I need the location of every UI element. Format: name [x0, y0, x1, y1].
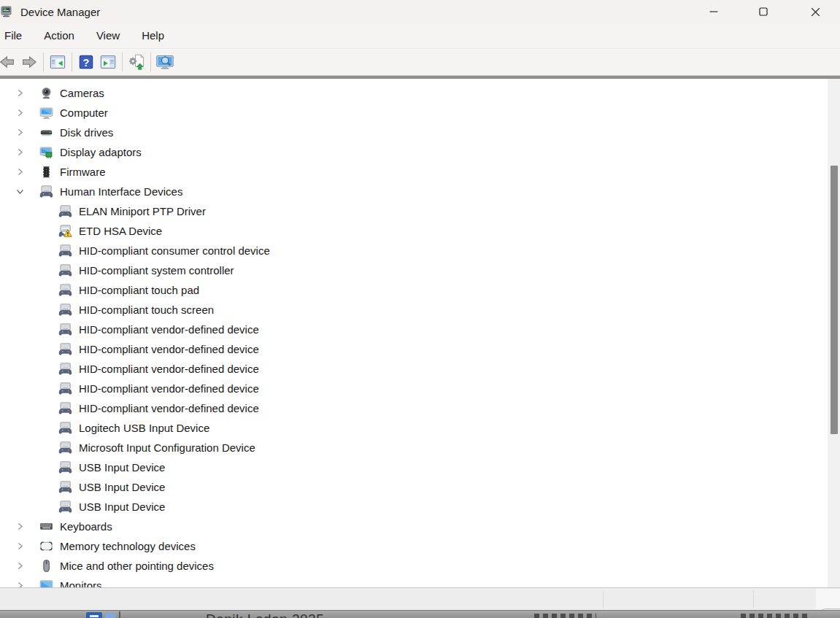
- hid-icon: [58, 322, 72, 336]
- tree-item-label: Disk drives: [60, 126, 113, 139]
- vertical-scrollbar[interactable]: [828, 79, 840, 587]
- taskbar-app-icon: [105, 613, 115, 618]
- toolbar-search-computer-button[interactable]: [154, 51, 176, 73]
- toolbar-separator: [150, 53, 151, 72]
- hid-icon: [58, 401, 72, 415]
- tree-item-label: HID-compliant consumer control device: [79, 244, 270, 257]
- tree-item-label: Monitors: [60, 579, 102, 587]
- tree-item[interactable]: Monitors: [0, 576, 828, 587]
- chevron-right-icon[interactable]: [13, 539, 27, 553]
- tree-item-label: Microsoft Input Configuration Device: [79, 441, 255, 454]
- titlebar: Device Manager: [0, 0, 840, 23]
- menu-file[interactable]: File: [0, 23, 33, 48]
- tree-item[interactable]: Disk drives: [0, 123, 828, 142]
- toolbar-forward-button[interactable]: [18, 51, 40, 73]
- tree-item-label: Logitech USB Input Device: [79, 422, 209, 434]
- toolbar-scan-for-hardware-changes-button[interactable]: [126, 51, 147, 73]
- tree-item[interactable]: HID-compliant touch pad: [0, 280, 828, 300]
- chevron-right-icon[interactable]: [13, 125, 27, 139]
- band-separator: [119, 611, 120, 618]
- tree-item[interactable]: ETD HSA Device: [0, 221, 828, 241]
- chevron-right-icon[interactable]: [13, 145, 27, 159]
- close-button[interactable]: [798, 0, 832, 23]
- hid-icon: [58, 303, 72, 317]
- camera-icon: [39, 86, 53, 100]
- toolbar-help-button[interactable]: ?: [75, 51, 97, 73]
- arrow-left-icon: [0, 53, 16, 71]
- tree-item-label: USB Input Device: [79, 461, 165, 474]
- background-document-title: Denik Leden 2025: [206, 611, 324, 618]
- tree-item[interactable]: Keyboards: [0, 517, 828, 536]
- tree-item[interactable]: HID-compliant touch screen: [0, 300, 828, 320]
- tree-item[interactable]: Firmware: [0, 162, 828, 182]
- chevron-down-icon[interactable]: [13, 185, 27, 198]
- hid-icon: [58, 263, 72, 277]
- tree-item-label: HID-compliant vendor-defined device: [79, 382, 259, 395]
- minimize-button[interactable]: [697, 0, 731, 23]
- hid-icon: [58, 421, 72, 435]
- tree-item-label: Memory technology devices: [60, 540, 196, 552]
- hid-icon: [58, 480, 72, 494]
- menu-help[interactable]: Help: [131, 23, 175, 48]
- tree-item[interactable]: Computer: [0, 103, 828, 123]
- hid-icon: [58, 362, 72, 376]
- tree-item-label: HID-compliant touch pad: [79, 284, 199, 296]
- window-tree-icon: [49, 53, 66, 71]
- chevron-right-icon[interactable]: [13, 559, 27, 573]
- chevron-right-icon[interactable]: [13, 86, 27, 100]
- background-window-strip: Denik Leden 2025: [0, 587, 840, 618]
- tree-item[interactable]: Display adaptors: [0, 142, 828, 162]
- toolbar-show-action-pane-button[interactable]: [97, 51, 119, 73]
- chevron-right-icon[interactable]: [13, 519, 27, 533]
- tree-item[interactable]: Logitech USB Input Device: [0, 418, 828, 438]
- tree-item[interactable]: USB Input Device: [0, 457, 828, 477]
- chevron-right-icon[interactable]: [13, 579, 27, 587]
- svg-text:?: ?: [83, 57, 90, 69]
- hid-icon: [58, 204, 72, 218]
- scrollbar-thumb[interactable]: [831, 166, 838, 434]
- tree-item[interactable]: HID-compliant vendor-defined device: [0, 359, 828, 379]
- tree-item[interactable]: HID-compliant vendor-defined device: [0, 398, 828, 418]
- window-title: Device Manager: [20, 6, 100, 18]
- background-window-corner: [816, 589, 840, 609]
- device-tree: CamerasComputerDisk drivesDisplay adapto…: [0, 79, 828, 587]
- tree-item[interactable]: Microsoft Input Configuration Device: [0, 438, 828, 457]
- tree-item-label: HID-compliant vendor-defined device: [79, 363, 259, 375]
- toolbar-show-console-tree-button[interactable]: [47, 51, 69, 73]
- help-icon: ?: [77, 53, 95, 71]
- tree-item-label: Keyboards: [60, 520, 112, 533]
- menu-action[interactable]: Action: [33, 23, 85, 48]
- chevron-right-icon[interactable]: [13, 165, 27, 179]
- tree-item-label: ELAN Miniport PTP Driver: [79, 205, 206, 217]
- tree-item[interactable]: Human Interface Devices: [0, 182, 828, 201]
- tree-item[interactable]: HID-compliant vendor-defined device: [0, 339, 828, 359]
- tree-item[interactable]: HID-compliant consumer control device: [0, 241, 828, 260]
- scan-icon: [128, 53, 145, 71]
- chevron-right-icon[interactable]: [13, 106, 27, 120]
- computer-icon: [39, 106, 53, 120]
- display-adapter-icon: [39, 145, 53, 159]
- memory-icon: [39, 539, 53, 553]
- tree-item[interactable]: Mice and other pointing devices: [0, 556, 828, 576]
- tree-item-label: ETD HSA Device: [79, 225, 162, 237]
- hid-icon: [58, 460, 72, 474]
- tree-item[interactable]: HID-compliant vendor-defined device: [0, 379, 828, 398]
- tree-item[interactable]: USB Input Device: [0, 497, 828, 517]
- toolbar: ?: [0, 48, 840, 75]
- maximize-button[interactable]: [747, 0, 780, 23]
- tree-item[interactable]: USB Input Device: [0, 477, 828, 497]
- monitor-icon: [39, 579, 53, 587]
- tree-item[interactable]: Memory technology devices: [0, 536, 828, 556]
- toolbar-back-button[interactable]: [0, 51, 18, 73]
- tree-item-label: HID-compliant touch screen: [79, 304, 214, 316]
- tree-item-label: HID-compliant system controller: [79, 264, 234, 277]
- hid-icon: [58, 500, 72, 514]
- tree-item[interactable]: HID-compliant system controller: [0, 260, 828, 280]
- tree-item[interactable]: HID-compliant vendor-defined device: [0, 320, 828, 339]
- tree-item[interactable]: ELAN Miniport PTP Driver: [0, 201, 828, 221]
- toolbar-separator: [122, 53, 123, 72]
- tree-item[interactable]: Cameras: [0, 83, 828, 103]
- menu-view[interactable]: View: [85, 23, 131, 48]
- hid-icon: [58, 382, 72, 395]
- monitor-search-icon: [155, 53, 174, 72]
